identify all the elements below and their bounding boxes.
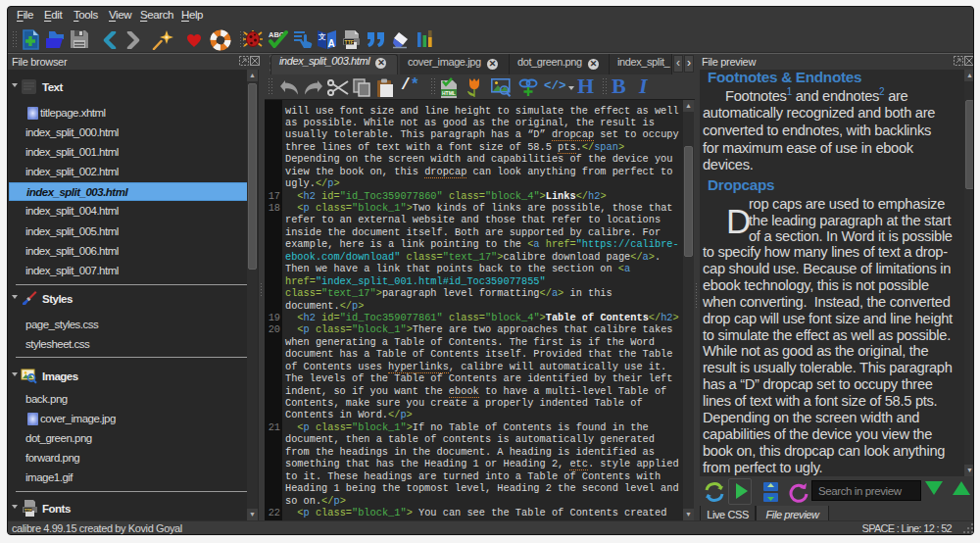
svg-text:HTML: HTML [442, 90, 456, 96]
svg-text:TTF: TTF [345, 39, 354, 45]
svg-text:TTF: TTF [24, 508, 32, 513]
svg-text:A: A [328, 38, 335, 49]
svg-text:文: 文 [318, 32, 326, 41]
